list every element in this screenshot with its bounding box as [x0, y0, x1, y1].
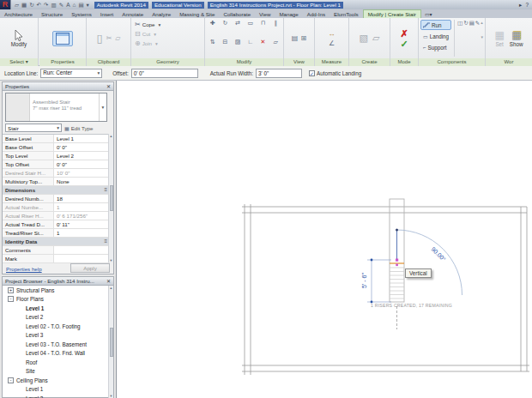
components-scroll-down-icon[interactable]: ▾	[481, 34, 483, 39]
join-button[interactable]: ⊕ Join ▾	[133, 39, 203, 48]
tree-item-level-3[interactable]: Level 3	[3, 331, 109, 341]
location-line-dropdown[interactable]: Run: Center ▾	[40, 69, 102, 78]
property-row[interactable]: Multistory Top...None	[3, 178, 110, 186]
property-row[interactable]: Base Offset0' 0"	[3, 143, 110, 152]
tab-analyze[interactable]: Analyze	[148, 10, 175, 18]
properties-close-icon[interactable]: ✕	[106, 83, 111, 89]
section-icon[interactable]: ▤	[78, 1, 83, 9]
tab-architecture[interactable]: Architecture	[0, 10, 37, 18]
tab-systems[interactable]: Systems	[67, 10, 96, 18]
spiral-run-icon[interactable]: ↻	[463, 20, 468, 27]
property-row[interactable]: Top LevelLevel 2	[3, 152, 110, 160]
element-filter-dropdown[interactable]: Stair ▾	[5, 124, 62, 132]
panel-label-properties[interactable]: Properties	[39, 58, 86, 66]
panel-label-select[interactable]: Select ▾	[0, 58, 38, 66]
qat-dropdown-icon[interactable]: ▾	[87, 1, 89, 9]
scrollbar-thumb[interactable]	[110, 328, 113, 357]
scroll-down-icon[interactable]: ▾	[110, 258, 112, 262]
dimension-text[interactable]: 5' - 6"	[361, 273, 367, 288]
tree-item-ceiling-plans[interactable]: -Ceiling Plans	[3, 376, 109, 385]
property-row[interactable]: Mark	[3, 255, 110, 263]
section-header-dimensions[interactable]: Dimensions≡	[3, 186, 110, 195]
tree-item-structural-plans[interactable]: +Structural Plans	[3, 286, 109, 295]
project-browser-scrollbar[interactable]: ▴ ▾	[108, 286, 113, 398]
tree-item-ceiling-level-1[interactable]: Level 1	[3, 385, 109, 395]
apply-button[interactable]: Apply	[70, 263, 110, 273]
help-icon[interactable]: ?	[525, 2, 529, 9]
show-work-plane-button[interactable]: ▦ Show	[510, 29, 523, 47]
scroll-up-icon[interactable]: ▴	[110, 286, 112, 290]
rotate-icon[interactable]: ↻	[221, 20, 231, 38]
project-browser-header[interactable]: Project Browser - English 314 Instru... …	[3, 277, 113, 286]
move-icon[interactable]: ⇅	[208, 39, 218, 57]
cancel-stair-button[interactable]: ✗	[400, 28, 408, 39]
scale-icon[interactable]: ∟	[245, 39, 256, 57]
print-icon[interactable]: ▥	[51, 1, 57, 9]
tab-manage[interactable]: Manage	[275, 10, 302, 18]
measure-angle-icon[interactable]: ∠	[329, 39, 335, 47]
floor-plan-view[interactable]: 90.00° 5' - 6" 1 RISERS CREATED, 17 REMA…	[117, 81, 532, 398]
text-icon[interactable]: A	[66, 1, 70, 9]
expand-icon[interactable]: +	[8, 287, 14, 293]
tree-item-floor-plans[interactable]: -Floor Plans	[3, 295, 109, 305]
properties-help-link[interactable]: Properties help	[6, 266, 42, 272]
tree-item-site[interactable]: Site	[3, 367, 109, 377]
tab-add-ins[interactable]: Add-Ins	[303, 10, 329, 18]
array-icon[interactable]: ▨	[233, 39, 243, 57]
project-browser-close-icon[interactable]: ✕	[106, 278, 111, 284]
pin-icon[interactable]: ▱	[270, 39, 281, 57]
cut-clipboard-icon[interactable]: ✂	[106, 34, 112, 42]
automatic-landing-checkbox[interactable]: ✓	[309, 70, 315, 76]
revit-app-logo-icon[interactable]: R	[0, 0, 11, 9]
property-row[interactable]: Actual Tread D...0' 11"	[3, 220, 110, 229]
straight-run-icon[interactable]: ◫	[457, 20, 462, 27]
property-row[interactable]: Top Offset0' 0"	[3, 160, 110, 169]
tab-modify-create-stair[interactable]: Modify | Create Stair	[363, 9, 421, 18]
run-width-input[interactable]: 3' 0"	[256, 69, 302, 78]
tree-item-level-1[interactable]: Level 1	[3, 304, 109, 313]
temporary-dimension[interactable]: 5' - 6"	[361, 259, 391, 304]
delete-icon[interactable]: ✕	[258, 39, 269, 57]
copy-modify-icon[interactable]: ⊟	[221, 39, 231, 57]
create-assembly-icon[interactable]: ▱	[372, 33, 379, 44]
property-row[interactable]: Desired Numb...18	[3, 195, 110, 203]
tree-item-level-02-footing[interactable]: Level 02 - T.O. Footing	[3, 322, 109, 331]
tab-massing-site[interactable]: Massing & Site	[175, 10, 219, 18]
tree-item-ceiling-level-2[interactable]: Level 2	[3, 394, 109, 398]
undo-icon[interactable]: ↶	[37, 1, 41, 9]
components-scroll-up-icon[interactable]: ▴	[481, 20, 483, 27]
lshape-run-icon[interactable]: ▤	[469, 20, 475, 27]
wall-lines[interactable]	[242, 204, 529, 375]
sync-icon[interactable]: ↻	[29, 1, 33, 9]
mirror-icon[interactable]: ⇄	[233, 20, 243, 38]
copy-icon[interactable]: ▱	[115, 34, 120, 42]
section-header-identity-data[interactable]: Identity Data≡	[3, 238, 110, 246]
measure-icon[interactable]: ✎	[59, 1, 63, 9]
cut-button[interactable]: ⊟ Cut ▾	[133, 29, 203, 39]
redo-icon[interactable]: ↷	[44, 1, 48, 9]
properties-toggle-button[interactable]	[52, 31, 73, 46]
property-row[interactable]: Comments	[3, 246, 110, 255]
type-selector[interactable]: Assembled Stair 7" max riser 11" tread ▾	[5, 93, 107, 122]
tree-item-level-04-fnd-wall[interactable]: Level 04 - T.O. Fnd. Wall	[3, 349, 109, 359]
property-row[interactable]: Base LevelLevel 1	[3, 135, 110, 143]
property-row[interactable]: Tread/Riser St...1	[3, 229, 110, 238]
collapse-icon[interactable]: -	[8, 377, 14, 383]
scroll-up-icon[interactable]: ▴	[110, 134, 112, 138]
tab-elumtools[interactable]: ElumTools	[329, 10, 363, 18]
tree-item-level-03-basement[interactable]: Level 03 - T.O. Basement	[3, 340, 109, 349]
support-button[interactable]: ⌐ Support	[420, 42, 451, 52]
properties-scrollbar[interactable]: ▴ ▾	[108, 134, 113, 262]
save-icon[interactable]: ▦	[21, 1, 27, 9]
sketch-run-icon[interactable]: ✎	[475, 20, 480, 27]
tree-item-roof[interactable]: Roof	[3, 358, 109, 367]
collapse-icon[interactable]: -	[8, 296, 14, 302]
measure-line-icon[interactable]: ↔	[329, 30, 336, 38]
hide-elements-icon[interactable]: ▤	[292, 34, 299, 42]
type-selector-dropdown-icon[interactable]: ▾	[99, 93, 106, 121]
modify-tool-button[interactable]: Modify	[0, 18, 38, 58]
drawing-area[interactable]: 90.00° 5' - 6" 1 RISERS CREATED, 17 REMA…	[116, 81, 532, 398]
tab-annotate[interactable]: Annotate	[118, 10, 148, 18]
paste-icon[interactable]: ▯	[96, 32, 102, 45]
properties-header[interactable]: Properties ✕	[3, 82, 113, 91]
